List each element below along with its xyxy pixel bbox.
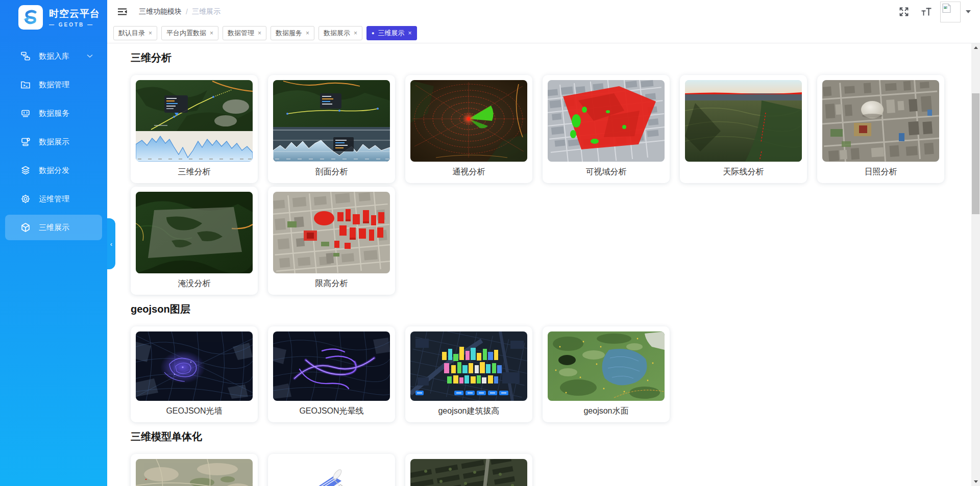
menu-fold-icon[interactable]	[117, 7, 128, 17]
display-card-icon	[20, 137, 31, 147]
tab-close-icon[interactable]: ×	[258, 30, 261, 36]
tab-close-icon[interactable]: ×	[306, 30, 309, 36]
sidebar-item-data-management[interactable]: 数据管理	[5, 70, 102, 99]
card-thumbnail	[273, 192, 390, 273]
card-thumbnail	[548, 331, 665, 401]
cube-icon	[20, 222, 31, 233]
server-box-icon	[20, 108, 31, 118]
card-label: 限高分析	[273, 273, 390, 295]
sidebar-item-label: 数据管理	[39, 80, 69, 90]
card-model-2[interactable]	[268, 454, 395, 486]
card-label: 三维分析	[136, 162, 253, 183]
breadcrumb-current: 三维展示	[192, 7, 220, 16]
sidebar-item-data-service[interactable]: 数据服务	[5, 99, 102, 127]
brand: 时空云平台 — GEOTB —	[0, 0, 107, 30]
tab-label: 平台内置数据	[166, 29, 206, 38]
card-height-limit-analysis[interactable]: 限高分析	[268, 187, 395, 295]
font-size-icon[interactable]	[921, 6, 932, 17]
sidebar-item-label: 数据入库	[39, 52, 69, 61]
card-model-3[interactable]	[405, 454, 532, 486]
card-thumbnail	[548, 80, 665, 162]
tab-default-catalog[interactable]: 默认目录 ×	[113, 26, 157, 40]
card-geojson-water[interactable]: geojson水面	[543, 326, 670, 422]
card-label: geojson建筑拔高	[410, 401, 527, 422]
card-grid-3d-analysis: 三维分析	[131, 75, 954, 295]
fullscreen-icon[interactable]	[898, 6, 910, 17]
brand-text: 时空云平台 — GEOTB —	[49, 7, 100, 28]
card-label: 淹没分析	[136, 273, 253, 295]
section-title-3d-analysis: 三维分析	[131, 52, 971, 64]
card-geojson-light-wall[interactable]: GEOJSON光墙	[131, 326, 258, 422]
scrollbar-down-arrow-icon[interactable]	[971, 477, 980, 486]
card-thumbnail	[273, 331, 390, 401]
tab-label: 数据展示	[324, 29, 350, 38]
tab-bar: 默认目录 × 平台内置数据 × 数据管理 × 数据服务 × 数据展示 × ● 三…	[107, 23, 980, 43]
card-label: 日照分析	[822, 162, 939, 183]
avatar[interactable]	[940, 2, 961, 22]
card-thumbnail	[685, 80, 802, 162]
section-title-3d-model-monomer: 三维模型单体化	[131, 430, 971, 443]
data-import-icon	[20, 51, 31, 61]
vertical-scrollbar[interactable]	[971, 43, 980, 486]
card-thumbnail	[136, 80, 253, 162]
card-thumbnail	[273, 459, 390, 486]
app-subtitle: — GEOTB —	[49, 22, 100, 28]
card-label: 通视分析	[410, 162, 527, 183]
tab-close-icon[interactable]: ×	[354, 30, 357, 36]
sidebar-item-label: 数据服务	[39, 109, 69, 118]
scrollbar-up-arrow-icon[interactable]	[971, 43, 980, 52]
tab-close-icon[interactable]: ×	[149, 30, 152, 36]
layers-icon	[20, 165, 31, 175]
app-window: 时空云平台 — GEOTB — 数据入库 数据管理	[0, 0, 980, 486]
sidebar-item-data-display[interactable]: 数据展示	[5, 127, 102, 156]
card-skyline-analysis[interactable]: 天际线分析	[680, 75, 807, 183]
tab-3d-display[interactable]: ● 三维展示 ×	[366, 26, 416, 40]
tab-data-management[interactable]: 数据管理 ×	[223, 26, 266, 40]
card-grid-geojson: GEOJSON光墙	[131, 326, 954, 422]
breadcrumb: 三维功能模块 / 三维展示	[139, 7, 220, 16]
card-model-1[interactable]	[131, 454, 258, 486]
sidebar-item-label: 运维管理	[39, 194, 69, 204]
card-geojson-building-extrude[interactable]: geojson建筑拔高	[405, 326, 532, 422]
sidebar-item-data-import[interactable]: 数据入库	[5, 42, 102, 70]
card-label: 剖面分析	[273, 162, 390, 183]
card-flood-analysis[interactable]: 淹没分析	[131, 187, 258, 295]
sidebar-item-data-distribution[interactable]: 数据分发	[5, 156, 102, 185]
scrollbar-thumb[interactable]	[972, 93, 979, 214]
main-area: 三维功能模块 / 三维展示	[107, 0, 980, 486]
user-menu-caret-icon[interactable]	[966, 10, 971, 13]
card-thumbnail	[136, 459, 253, 486]
active-tab-dot-icon: ●	[372, 31, 374, 36]
card-label: 天际线分析	[685, 162, 802, 183]
breadcrumb-parent[interactable]: 三维功能模块	[139, 7, 182, 16]
tab-builtin-data[interactable]: 平台内置数据 ×	[161, 26, 218, 40]
card-thumbnail	[410, 331, 527, 401]
tab-close-icon[interactable]: ×	[408, 30, 412, 36]
sidebar: 时空云平台 — GEOTB — 数据入库 数据管理	[0, 0, 107, 486]
sidebar-item-label: 数据分发	[39, 166, 69, 175]
sidebar-item-3d-display[interactable]: 三维展示	[5, 215, 102, 240]
chevron-down-icon	[87, 54, 93, 58]
tab-label: 数据管理	[228, 29, 254, 38]
card-sunlight-analysis[interactable]: 日照分析	[817, 75, 944, 183]
tab-data-service[interactable]: 数据服务 ×	[271, 26, 314, 40]
card-thumbnail	[410, 80, 527, 162]
card-viewshed-analysis[interactable]: 可视域分析	[543, 75, 670, 183]
tab-label: 三维展示	[378, 29, 405, 38]
card-thumbnail	[136, 331, 253, 401]
sidebar-menu: 数据入库 数据管理 数据服务 数据展示	[0, 42, 107, 240]
card-3d-analysis[interactable]: 三维分析	[131, 75, 258, 183]
tab-label: 数据服务	[276, 29, 302, 38]
card-geojson-halo-line[interactable]: GEOJSON光晕线	[268, 326, 395, 422]
chevron-left-icon: ‹	[110, 240, 112, 248]
breadcrumb-separator: /	[186, 8, 188, 16]
card-profile-analysis[interactable]: 剖面分析	[268, 75, 395, 183]
tab-close-icon[interactable]: ×	[210, 30, 213, 36]
card-sightline-analysis[interactable]: 通视分析	[405, 75, 532, 183]
sidebar-collapse-handle[interactable]: ‹	[107, 218, 115, 269]
sidebar-item-ops-management[interactable]: 运维管理	[5, 185, 102, 213]
tab-data-display[interactable]: 数据展示 ×	[318, 26, 362, 40]
folder-code-icon	[20, 80, 31, 90]
card-label: geojson水面	[548, 401, 665, 422]
app-title: 时空云平台	[49, 7, 100, 20]
